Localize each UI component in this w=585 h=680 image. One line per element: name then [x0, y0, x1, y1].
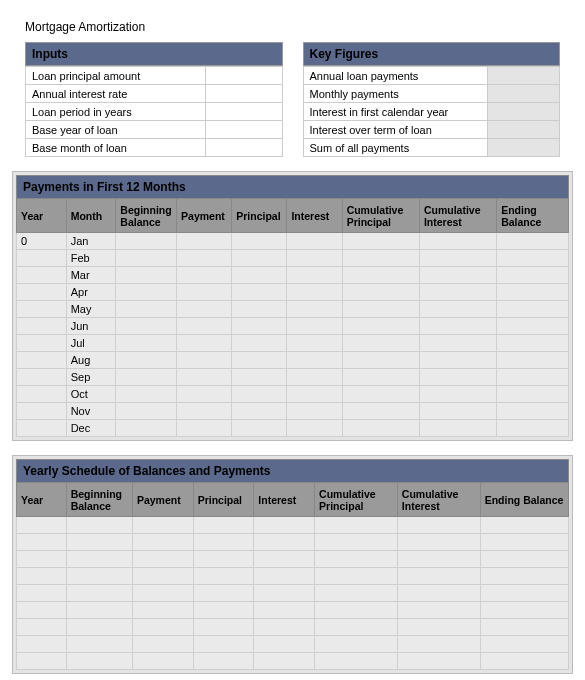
monthly-cell: [116, 318, 177, 335]
yearly-cell: [132, 534, 193, 551]
monthly-row: 0Jan: [17, 233, 569, 250]
monthly-row: Feb: [17, 250, 569, 267]
keyfig-row: Monthly payments: [303, 85, 560, 103]
yearly-cell: [17, 602, 67, 619]
yearly-cell: [254, 619, 315, 636]
inputs-value[interactable]: [205, 103, 282, 121]
yearly-cell: [480, 534, 568, 551]
yearly-cell: [193, 619, 254, 636]
monthly-cell: [342, 420, 419, 437]
monthly-row: Oct: [17, 386, 569, 403]
inputs-value[interactable]: [205, 67, 282, 85]
yearly-cell: [193, 568, 254, 585]
monthly-row: Apr: [17, 284, 569, 301]
yearly-cell: [66, 619, 132, 636]
monthly-cell: [232, 301, 287, 318]
monthly-cell: [419, 267, 496, 284]
yearly-cell: [17, 636, 67, 653]
yearly-cell: [17, 551, 67, 568]
keyfig-value: [488, 121, 560, 139]
monthly-month-cell: Nov: [66, 403, 116, 420]
keyfig-value: [488, 85, 560, 103]
yearly-cell: [397, 517, 480, 534]
yearly-cell: [254, 551, 315, 568]
monthly-row: Mar: [17, 267, 569, 284]
monthly-cell: [232, 386, 287, 403]
keyfig-value: [488, 139, 560, 157]
monthly-cell: [116, 250, 177, 267]
yearly-cell: [66, 568, 132, 585]
yearly-col-header: Cumulative Interest: [397, 483, 480, 517]
keyfig-label: Interest in first calendar year: [303, 103, 488, 121]
monthly-cell: [116, 335, 177, 352]
monthly-cell: [177, 301, 232, 318]
monthly-month-cell: Sep: [66, 369, 116, 386]
inputs-label: Base month of loan: [26, 139, 206, 157]
monthly-row: Sep: [17, 369, 569, 386]
monthly-cell: [287, 420, 342, 437]
yearly-col-header: Year: [17, 483, 67, 517]
monthly-year-cell: [17, 267, 67, 284]
monthly-cell: [419, 352, 496, 369]
keyfig-label: Annual loan payments: [303, 67, 488, 85]
monthly-cell: [287, 369, 342, 386]
inputs-row: Base month of loan: [26, 139, 283, 157]
yearly-cell: [132, 653, 193, 670]
monthly-col-header: Payment: [177, 199, 232, 233]
yearly-cell: [397, 585, 480, 602]
yearly-cell: [315, 636, 398, 653]
yearly-cell: [315, 551, 398, 568]
monthly-cell: [177, 335, 232, 352]
monthly-cell: [232, 352, 287, 369]
inputs-value[interactable]: [205, 139, 282, 157]
monthly-cell: [342, 267, 419, 284]
monthly-row: Jun: [17, 318, 569, 335]
monthly-cell: [342, 335, 419, 352]
monthly-cell: [342, 284, 419, 301]
inputs-label: Loan principal amount: [26, 67, 206, 85]
yearly-cell: [254, 653, 315, 670]
monthly-month-cell: May: [66, 301, 116, 318]
yearly-row: [17, 585, 569, 602]
monthly-year-cell: [17, 420, 67, 437]
yearly-cell: [397, 653, 480, 670]
monthly-year-cell: [17, 335, 67, 352]
monthly-cell: [419, 233, 496, 250]
inputs-label: Loan period in years: [26, 103, 206, 121]
yearly-cell: [480, 619, 568, 636]
monthly-cell: [287, 267, 342, 284]
yearly-header: Yearly Schedule of Balances and Payments: [16, 459, 569, 482]
monthly-cell: [287, 352, 342, 369]
yearly-cell: [132, 568, 193, 585]
monthly-cell: [232, 284, 287, 301]
monthly-cell: [232, 250, 287, 267]
monthly-cell: [287, 318, 342, 335]
yearly-section: Yearly Schedule of Balances and Payments…: [12, 455, 573, 674]
monthly-year-cell: [17, 284, 67, 301]
monthly-cell: [177, 369, 232, 386]
inputs-header: Inputs: [25, 42, 283, 66]
monthly-cell: [287, 250, 342, 267]
inputs-value[interactable]: [205, 85, 282, 103]
monthly-cell: [497, 335, 569, 352]
yearly-cell: [254, 585, 315, 602]
monthly-year-cell: [17, 386, 67, 403]
inputs-value[interactable]: [205, 121, 282, 139]
yearly-cell: [315, 602, 398, 619]
key-figures-table: Annual loan paymentsMonthly paymentsInte…: [303, 66, 561, 157]
yearly-cell: [315, 568, 398, 585]
monthly-month-cell: Feb: [66, 250, 116, 267]
yearly-col-header: Beginning Balance: [66, 483, 132, 517]
monthly-cell: [116, 233, 177, 250]
yearly-cell: [193, 551, 254, 568]
yearly-cell: [132, 619, 193, 636]
yearly-row: [17, 534, 569, 551]
monthly-cell: [177, 233, 232, 250]
monthly-cell: [497, 420, 569, 437]
yearly-cell: [132, 585, 193, 602]
monthly-cell: [116, 301, 177, 318]
monthly-cell: [497, 301, 569, 318]
monthly-cell: [497, 352, 569, 369]
monthly-cell: [116, 420, 177, 437]
monthly-row: Jul: [17, 335, 569, 352]
